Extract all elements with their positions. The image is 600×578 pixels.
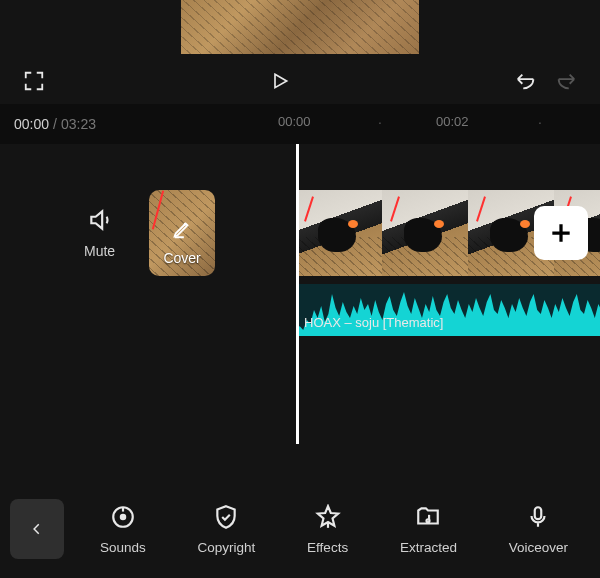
speaker-icon <box>87 207 113 233</box>
bottom-toolbar: Sounds Copyright Effects Extracted <box>0 480 600 578</box>
plus-icon <box>548 220 574 246</box>
timeline-tools: Mute Cover <box>0 190 296 276</box>
play-button[interactable] <box>266 67 294 95</box>
mute-label: Mute <box>84 243 115 259</box>
current-time: 00:00 <box>14 116 49 132</box>
shield-check-icon <box>213 504 239 530</box>
ruler-tick-0: 00:00 <box>278 114 311 129</box>
star-icon <box>315 504 341 530</box>
undo-button[interactable] <box>512 67 540 95</box>
microphone-icon <box>525 504 551 530</box>
time-separator: / <box>53 116 57 132</box>
ruler-dot: · <box>538 114 542 130</box>
effects-label: Effects <box>307 540 348 555</box>
redo-button[interactable] <box>552 67 580 95</box>
copyright-button[interactable]: Copyright <box>198 504 256 555</box>
playhead[interactable] <box>296 144 299 444</box>
extracted-label: Extracted <box>400 540 457 555</box>
timeline-ruler[interactable]: 00:00 / 03:23 00:00 · 00:02 · <box>0 104 600 144</box>
play-icon <box>270 71 290 91</box>
svg-rect-3 <box>535 507 542 519</box>
audio-track[interactable]: HOAX – soju [Thematic] <box>296 284 600 336</box>
folder-music-icon <box>415 504 441 530</box>
redo-icon <box>555 70 577 92</box>
svg-point-1 <box>121 514 125 518</box>
sounds-button[interactable]: Sounds <box>100 504 146 555</box>
music-disc-icon <box>110 504 136 530</box>
total-time: 03:23 <box>61 116 96 132</box>
preview-thumbnail <box>181 0 419 54</box>
voiceover-label: Voiceover <box>509 540 568 555</box>
cover-button[interactable]: Cover <box>149 190 215 276</box>
ruler-dot: · <box>378 114 382 130</box>
copyright-label: Copyright <box>198 540 256 555</box>
audio-title: HOAX – soju [Thematic] <box>304 315 443 330</box>
back-button[interactable] <box>10 499 64 559</box>
sounds-label: Sounds <box>100 540 146 555</box>
voiceover-button[interactable]: Voiceover <box>509 504 568 555</box>
cover-label: Cover <box>163 250 200 266</box>
ruler-tick-1: 00:02 <box>436 114 469 129</box>
clip-frame[interactable] <box>382 190 468 276</box>
effects-button[interactable]: Effects <box>307 504 348 555</box>
chevron-left-icon <box>30 518 44 540</box>
extracted-button[interactable]: Extracted <box>400 504 457 555</box>
fullscreen-icon <box>23 70 45 92</box>
svg-point-2 <box>427 519 430 522</box>
undo-icon <box>515 70 537 92</box>
fullscreen-button[interactable] <box>20 67 48 95</box>
add-clip-button[interactable] <box>534 206 588 260</box>
timeline[interactable]: Mute Cover HOAX – soju [Thematic] <box>0 144 600 480</box>
pencil-icon <box>171 218 193 244</box>
video-preview <box>0 0 600 58</box>
clip-frame[interactable] <box>296 190 382 276</box>
mute-button[interactable]: Mute <box>84 207 115 259</box>
playback-controls <box>0 58 600 104</box>
